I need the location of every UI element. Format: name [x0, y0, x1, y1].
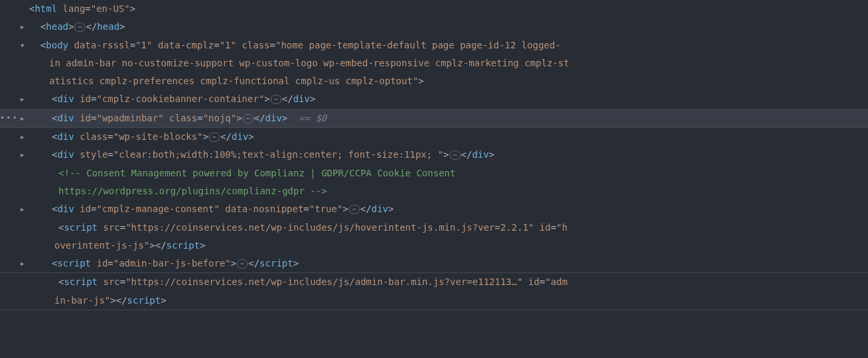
expand-arrow-icon[interactable]: ▸ — [0, 128, 29, 146]
dom-node-div-cookiebanner[interactable]: ▸<div id="cmplz-cookiebanner-container">… — [0, 90, 868, 108]
expand-arrow-icon[interactable]: ▸ — [0, 255, 29, 272]
ellipsis-badge-icon[interactable]: ⋯ — [237, 259, 248, 268]
divider — [0, 310, 868, 310]
expand-arrow-icon[interactable]: ▸ — [0, 109, 29, 127]
dom-node-html[interactable]: <html lang="en-US"> — [0, 0, 868, 18]
dom-node-script-adminbar-cont: in-bar-js"></script> — [0, 292, 868, 310]
dom-node-script-hoverintent[interactable]: <script src="https://coinservices.net/wp… — [0, 219, 868, 237]
dom-comment[interactable]: <!-- Consent Management powered by Compl… — [0, 164, 868, 182]
dom-node-div-style[interactable]: ▸<div style="clear:both;width:100%;text-… — [0, 146, 868, 164]
ellipsis-badge-icon[interactable]: ⋯ — [74, 23, 85, 32]
ellipsis-badge-icon[interactable]: ⋯ — [209, 133, 220, 142]
ellipsis-badge-icon[interactable]: ⋯ — [271, 95, 281, 104]
expand-arrow-icon[interactable]: ▸ — [0, 146, 29, 164]
ellipsis-badge-icon[interactable]: ⋯ — [349, 205, 360, 214]
expand-arrow-icon[interactable]: ▸ — [0, 200, 29, 218]
dom-node-script-hoverintent-cont: overintent-js-js"></script> — [0, 237, 868, 255]
dom-comment-cont: https://wordpress.org/plugins/complianz-… — [0, 182, 868, 200]
dom-node-div-wpadminbar[interactable]: •••▸<div id="wpadminbar" class="nojq">⋯<… — [0, 109, 868, 127]
ellipsis-badge-icon[interactable]: ⋯ — [243, 114, 253, 123]
dom-node-script-adminbar[interactable]: <script src="https://coinservices.net/wp… — [0, 273, 868, 291]
dom-node-body[interactable]: ▾ <body data-rsssl="1" data-cmplz="1" cl… — [0, 36, 868, 54]
ellipsis-badge-icon[interactable]: ⋯ — [450, 150, 461, 160]
dom-node-script-adminbar-before[interactable]: ▸<script id="admin-bar-js-before">⋯</scr… — [0, 255, 868, 272]
selection-marker: == $0 — [299, 113, 326, 123]
expand-arrow-icon[interactable]: ▸ — [0, 18, 29, 36]
dom-node-body-cont: in admin-bar no-customize-support wp-cus… — [0, 54, 868, 72]
dom-node-head[interactable]: ▸ <head>⋯</head> — [0, 18, 868, 36]
expand-arrow-icon[interactable]: ▸ — [0, 90, 29, 108]
dom-node-div-siteblocks[interactable]: ▸<div class="wp-site-blocks">⋯</div> — [0, 128, 868, 146]
dom-node-div-manageconsent[interactable]: ▸<div id="cmplz-manage-consent" data-nos… — [0, 200, 868, 218]
dom-node-body-cont: atistics cmplz-preferences cmplz-functio… — [0, 72, 868, 90]
collapse-arrow-icon[interactable]: ▾ — [0, 36, 29, 54]
